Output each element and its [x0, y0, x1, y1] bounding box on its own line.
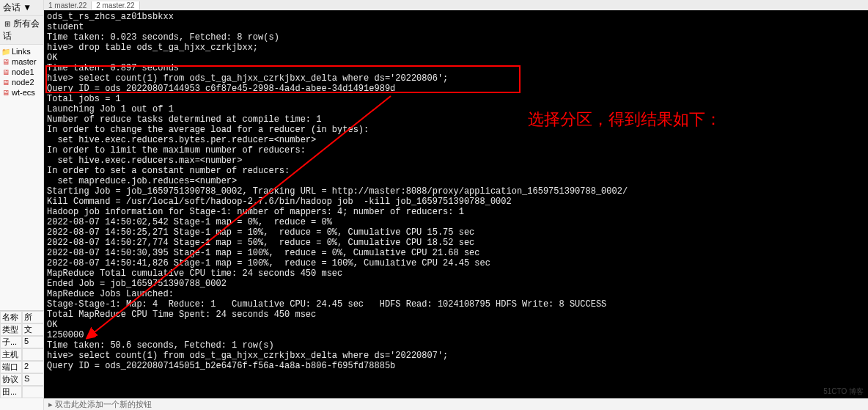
grid-icon: ⊞	[3, 20, 12, 29]
session-item-node2[interactable]: 🖥node2	[0, 77, 43, 87]
status-bar[interactable]: ▸ 双击此处添加一个新的按钮	[44, 398, 868, 410]
prop-header: 名称	[0, 311, 22, 323]
terminal-tab[interactable]: 1 master.22	[44, 1, 92, 10]
session-item-links[interactable]: 📁Links	[0, 46, 43, 56]
toolbar-sessions-dropdown[interactable]: 会话 ▼	[0, 0, 43, 16]
prop-cell: 类型	[0, 323, 22, 336]
watermark: 51CTO 博客	[823, 387, 864, 397]
session-tree: 📁Links🖥master🖥node1🖥node2🖥wt-ecs	[0, 45, 43, 99]
session-item-wt-ecs[interactable]: 🖥wt-ecs	[0, 87, 43, 98]
terminal-output[interactable]: ods_t_rs_zhcs_az01bsbkxx student Time ta…	[44, 10, 868, 410]
terminal-tab[interactable]: 2 master.22	[92, 1, 139, 10]
session-item-node1[interactable]: 🖥node1	[0, 67, 43, 77]
properties-panel: 名称所类型文子...5主机端口2协议S田...	[0, 310, 44, 398]
prop-cell: 端口	[0, 361, 22, 373]
red-annotation-text: 选择分区，得到结果如下：	[528, 109, 721, 131]
prop-cell: 田...	[0, 386, 22, 398]
folder-icon: 📁	[1, 47, 10, 56]
prop-cell: 协议	[0, 373, 22, 386]
prop-cell	[22, 348, 44, 361]
session-item-label: node2	[12, 78, 34, 87]
prop-cell	[22, 386, 44, 398]
tab-bar: 1 master.222 master.22	[44, 0, 868, 10]
terminal-main: 1 master.222 master.22 ods_t_rs_zhcs_az0…	[44, 0, 868, 410]
prop-cell: 2	[22, 361, 44, 373]
host-icon: 🖥	[1, 67, 10, 76]
session-item-label: node1	[12, 67, 34, 76]
prop-cell: 主机	[0, 348, 22, 361]
session-item-label: wt-ecs	[12, 88, 35, 97]
prop-cell: 子...	[0, 336, 22, 348]
prop-cell: S	[22, 373, 44, 386]
session-item-label: Links	[12, 47, 31, 56]
session-item-master[interactable]: 🖥master	[0, 56, 43, 67]
quick-command-hint: ▸ 双击此处添加一个新的按钮	[48, 399, 152, 410]
session-item-label: master	[12, 57, 37, 66]
all-sessions-button[interactable]: ⊞所有会话	[0, 16, 43, 45]
host-icon: 🖥	[1, 88, 10, 97]
host-icon: 🖥	[1, 78, 10, 87]
prop-cell: 5	[22, 336, 44, 348]
prop-cell: 文	[22, 323, 44, 336]
host-icon: 🖥	[1, 57, 10, 66]
prop-header: 所	[22, 311, 44, 323]
